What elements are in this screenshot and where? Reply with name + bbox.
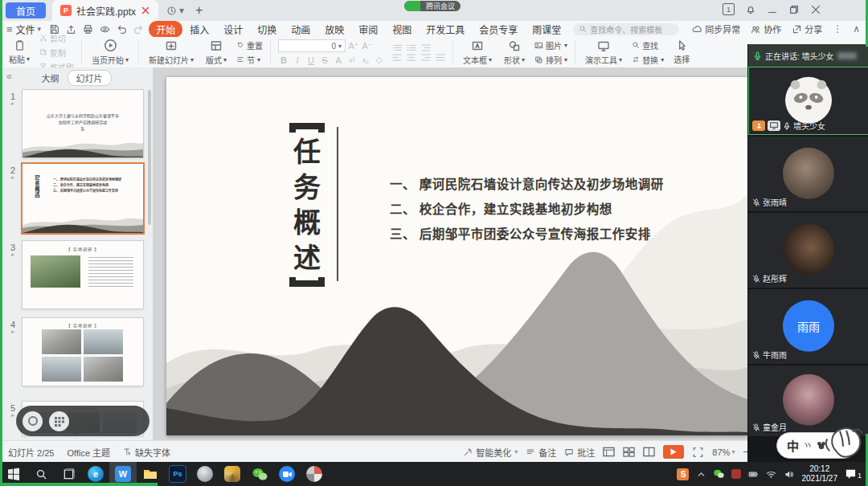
taskbar-photoshop[interactable]: Ps [164,462,191,486]
minimize-icon[interactable] [767,4,778,15]
speaker-icon[interactable] [784,469,794,480]
taskbar-clock[interactable]: 20:12 2021/1/27 [801,464,837,484]
comments-button[interactable]: 批注 [564,446,595,459]
align-right-icon[interactable] [421,54,431,61]
italic-button[interactable]: I [292,55,303,65]
notes-button[interactable]: 备注 [526,446,556,459]
slide-thumbnail-1[interactable]: 山东大学土建与水利学院赴山东省邹平市 加快复工复产实践调研活动 队 [23,90,143,157]
print-icon[interactable] [83,24,93,35]
underline-button[interactable]: U [305,55,317,65]
meeting-floating-badge[interactable]: 腾讯会议 [404,1,461,11]
paste-button[interactable]: 粘贴▾ [6,39,32,65]
smart-beautify-button[interactable]: 智能美化 ▾ [463,446,518,459]
taskbar-pinwheel-app[interactable] [301,462,328,486]
slides-tab[interactable]: 幻灯片 [68,70,112,86]
more-icon[interactable]: ⋮ [833,24,842,34]
current-slide[interactable]: 任 务 概 述 一、 摩诃民院石墙设计意向传达及初步场地调研 二、 校企合作，建… [166,77,747,435]
ribbon-tab-insert[interactable]: 插入 [182,21,216,38]
cut-button[interactable]: 剪切 [39,32,74,44]
replace-button[interactable]: 替换▾ [632,54,664,66]
align-left-icon[interactable] [392,54,402,61]
increase-font-icon[interactable]: A⁺ [348,41,359,51]
action-center-button[interactable]: 1 [845,468,862,480]
layout-button[interactable]: 版式▾ [203,39,229,66]
missing-font-warning[interactable]: 缺失字体 [123,446,170,459]
textbox-button[interactable]: 文本框▾ [461,39,494,66]
undo-icon[interactable] [117,24,127,35]
theme-name[interactable]: Office 主题 [67,446,110,459]
sync-status-button[interactable]: 同步异常 [692,22,740,35]
slide-sorter-icon[interactable] [623,447,635,457]
ribbon-tab-review[interactable]: 审阅 [351,21,385,38]
tab-history-button[interactable]: ▾ [163,6,187,16]
ribbon-tab-member[interactable]: 会员专享 [472,21,525,38]
widget-ring-icon[interactable] [23,411,43,431]
new-slide-button[interactable]: 新建幻灯片▾ [146,39,196,66]
new-tab-button[interactable]: + [195,4,203,17]
subscript-button[interactable]: x₂ [360,56,371,64]
hamburger-icon[interactable]: ≡ [6,24,13,35]
ime-mode-chinese[interactable]: 中 [787,437,799,454]
taskbar-tencent-meeting[interactable] [273,462,301,486]
ribbon-tab-view[interactable]: 视图 [385,21,419,38]
widget-grid-icon[interactable] [49,411,69,431]
shapes-button[interactable]: 形状▾ [502,39,527,66]
justify-icon[interactable] [436,54,445,61]
floating-widget[interactable] [16,406,149,436]
participant-tile-1[interactable]: 墙头少女 [748,67,868,137]
ribbon-tab-design[interactable]: 设计 [216,21,250,38]
ribbon-tab-animation[interactable]: 动画 [284,21,317,38]
slide-thumbnail-3[interactable]: 【 实地调研 】 [23,241,143,308]
wechat-tray-icon[interactable] [714,469,724,479]
collapse-panel-icon[interactable]: « [6,71,12,82]
wifi-icon[interactable] [766,469,776,480]
share-button[interactable]: 分享 [792,22,822,35]
participant-tile-2[interactable]: 张雨晴 [748,137,868,213]
taskbar-app-colorful[interactable] [219,462,246,486]
play-from-current-button[interactable]: 当页开始▾ [89,39,131,66]
zoom-control[interactable]: 87% ▾ [712,447,735,457]
superscript-button[interactable]: x² [346,56,358,64]
red-tray-icon[interactable] [731,469,741,479]
close-tab-icon[interactable] [141,6,150,15]
highlight-button[interactable]: ◇ [374,55,385,65]
participant-tile-4[interactable]: 雨雨 牛雨雨 [748,289,868,366]
number-list-icon[interactable] [407,44,416,51]
section-button[interactable]: 节▾ [236,54,263,66]
find-button[interactable]: 查找 [632,39,664,51]
ribbon-tab-slideshow[interactable]: 放映 [317,21,351,38]
panel-scrollbar[interactable] [148,90,151,225]
select-button[interactable]: 选择 [671,39,692,65]
document-tab[interactable]: P 社会实践.pptx [52,0,158,21]
battery-icon[interactable] [748,469,759,480]
tray-expand-icon[interactable] [696,469,706,480]
normal-view-icon[interactable] [603,447,615,457]
fit-screen-icon[interactable] [692,447,704,458]
participant-tile-3[interactable]: 赵彤辉 [748,213,868,289]
indent-icon[interactable] [421,44,431,51]
command-search-input[interactable]: 查找命令、搜索模板 [573,23,679,35]
slide-thumbnail-2-selected[interactable]: 【任务概述】 一、 摩诃民院石墙设计意向传达及初步场地调研 二、 校企合作，建立… [23,164,143,233]
taskbar-wechat[interactable] [246,462,273,486]
picture-button[interactable]: 图片▾ [534,39,567,51]
presentation-tools-button[interactable]: 演示工具▾ [583,39,624,66]
ribbon-tab-yuketang[interactable]: 雨课堂 [525,21,568,38]
font-color-button[interactable]: A [333,55,344,65]
slideshow-play-button[interactable] [663,445,684,459]
home-tab[interactable]: 首页 [6,2,46,18]
slide-thumbnail-4[interactable]: 【 实地调研 】 [23,318,143,386]
taskbar-app-gray[interactable] [191,462,219,486]
close-window-icon[interactable] [810,4,821,15]
bold-button[interactable]: B [278,55,289,65]
bullet-list-icon[interactable] [392,44,402,51]
collaborate-button[interactable]: 协作 [751,22,781,35]
collapse-ribbon-icon[interactable]: ∧ [853,24,860,34]
preview-icon[interactable] [100,24,110,35]
ribbon-tab-transition[interactable]: 切换 [250,21,284,38]
strikethrough-button[interactable]: S [319,55,330,65]
arrange-button[interactable]: 排列▾ [534,54,567,66]
reset-button[interactable]: 重置 [236,39,263,51]
restore-icon[interactable] [788,4,800,15]
align-center-icon[interactable] [407,54,416,61]
reading-view-icon[interactable] [643,447,655,457]
